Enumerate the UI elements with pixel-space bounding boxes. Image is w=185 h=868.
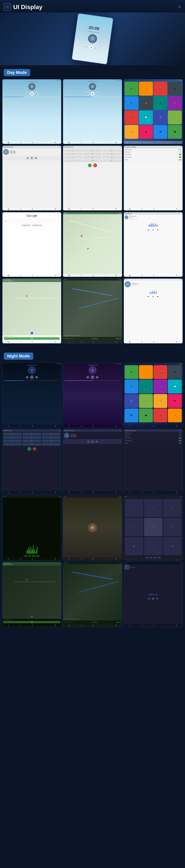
np-prev[interactable]: ⏮	[147, 295, 150, 298]
route-next[interactable]: ⏭	[120, 338, 121, 340]
n-app-13[interactable]: ☎	[139, 408, 153, 423]
n-app-6[interactable]: 🎮	[154, 379, 167, 394]
dial-2[interactable]: 2	[83, 149, 102, 152]
nnp-prev[interactable]: ⏮	[148, 597, 150, 600]
dial-6[interactable]: 6	[103, 153, 121, 155]
ns-toggle-3[interactable]	[179, 440, 181, 441]
night-bt-next[interactable]: ⏭	[95, 440, 98, 443]
hero-play-btn[interactable]: ⏸	[89, 45, 94, 50]
wf-btn-1[interactable]: DIAL	[24, 555, 27, 557]
next-btn-2[interactable]: ⏭	[96, 92, 99, 95]
nr-prev[interactable]: ⏮	[116, 621, 117, 623]
wf-btn-2[interactable]: ETA	[28, 555, 31, 557]
social-prev[interactable]: ⏮	[147, 228, 150, 231]
app-icon-0[interactable]: ✉	[125, 82, 138, 96]
night-bt-call-close[interactable]: ✕	[59, 430, 60, 431]
turn-down-right[interactable]: ↘	[163, 537, 181, 555]
n-app-3[interactable]: ⚙	[168, 365, 182, 379]
app-icon-13[interactable]: ❤	[139, 125, 153, 139]
app-icon-4[interactable]: ✈	[125, 96, 138, 110]
night-bt-prev[interactable]: ⏮	[87, 440, 90, 443]
turn-up2[interactable]: ↑	[144, 499, 162, 517]
google-search-bar[interactable]: 🔍	[4, 220, 60, 223]
dial-4[interactable]: 4	[64, 153, 82, 155]
app-icon-10[interactable]: 🌐	[154, 111, 167, 124]
app-icon-11[interactable]: 🔊	[168, 111, 182, 124]
n-app-1[interactable]: ♪	[139, 365, 153, 379]
night-next-2[interactable]: ⏭	[96, 376, 99, 379]
hero-prev-btn[interactable]: ⏮	[85, 45, 88, 49]
app-icon-14[interactable]: 🗺	[154, 125, 167, 139]
google-lucky-btn[interactable]: I'm Feeling Lucky	[31, 224, 42, 226]
turn-down-left[interactable]: ↙	[125, 537, 143, 555]
app-icon-5[interactable]: 🚗	[139, 96, 153, 110]
coffee-go-btn[interactable]: GO	[4, 337, 60, 340]
bt-play[interactable]: ⏸	[30, 156, 34, 160]
night-next-1[interactable]: ⏭	[35, 376, 38, 379]
next-btn-1[interactable]: ⏭	[35, 92, 38, 95]
dial-8[interactable]: 8	[83, 156, 102, 159]
ns-toggle-2[interactable]	[179, 437, 181, 439]
app-icon-12[interactable]: 🎯	[125, 125, 138, 139]
night-prev-2[interactable]: ⏮	[86, 376, 89, 379]
app-icon-15[interactable]: ☎	[168, 125, 182, 139]
turn-left[interactable]: ←	[125, 518, 143, 536]
app-icon-6[interactable]: B	[154, 96, 167, 110]
n-app-11[interactable]: ❤	[168, 394, 182, 408]
t-btn-4[interactable]: AFTS	[157, 557, 161, 559]
settings-toggle-3[interactable]	[179, 156, 181, 158]
n-app-5[interactable]: B	[139, 379, 153, 394]
nnp-play[interactable]: ▶	[151, 597, 155, 600]
n-app-14[interactable]: 📺	[154, 408, 167, 423]
n-app-0[interactable]: ✉	[125, 365, 138, 379]
n-dial-2[interactable]: 2	[23, 433, 41, 435]
n-dial-0[interactable]: 0	[23, 443, 41, 446]
night-end-btn[interactable]: ✕	[33, 447, 36, 451]
t-btn-2[interactable]: ETA	[149, 557, 153, 559]
n-dial-3[interactable]: 3	[42, 433, 60, 435]
app-icon-9[interactable]: 💬	[139, 111, 153, 124]
n-app-8[interactable]: 🌐	[125, 394, 138, 408]
prev-btn-2[interactable]: ⏮	[86, 92, 89, 95]
night-prev-1[interactable]: ⏮	[26, 376, 29, 379]
hero-next-btn[interactable]: ⏭	[94, 46, 98, 50]
n-app-12[interactable]: 🗺	[125, 408, 138, 423]
dial-0[interactable]: 0	[83, 159, 102, 162]
n-dial-6[interactable]: 6	[42, 436, 60, 439]
settings-toggle-4[interactable]	[179, 159, 181, 160]
turn-right[interactable]: →	[163, 499, 181, 517]
nav-icon[interactable]: ≡	[178, 4, 181, 9]
night-bt-music-close[interactable]: ✕	[120, 430, 121, 431]
app-icon-2[interactable]: 📷	[154, 82, 167, 96]
bt-next[interactable]: ⏭	[35, 157, 37, 159]
turn-up[interactable]: ↑	[125, 499, 143, 517]
play-btn-2[interactable]: ⏸	[90, 92, 95, 96]
night-bt-settings-close[interactable]: ✕	[180, 430, 181, 431]
n-app-9[interactable]: 🔊	[139, 394, 153, 408]
nr-next[interactable]: ⏭	[120, 621, 121, 623]
n-dial-7[interactable]: 7	[3, 439, 22, 442]
n-app-2[interactable]: 📷	[154, 365, 167, 379]
call-btn[interactable]: 📞	[88, 163, 92, 167]
n-dial-star[interactable]: *	[3, 443, 22, 446]
wf-btn-4[interactable]: AFTS	[36, 555, 40, 557]
route-prev[interactable]: ⏮	[116, 338, 117, 340]
t-btn-3[interactable]: APR	[153, 557, 157, 559]
n-app-10[interactable]: 🎯	[154, 394, 167, 408]
dial-3[interactable]: 3	[103, 149, 121, 152]
menu-icon[interactable]	[4, 3, 11, 10]
dial-star[interactable]: *	[64, 159, 82, 162]
ns-toggle-4[interactable]	[179, 443, 181, 444]
turn-down[interactable]: ↓	[144, 537, 162, 555]
app-icon-8[interactable]: 📺	[125, 111, 138, 124]
bt-prev[interactable]: ⏮	[26, 157, 29, 159]
bt-settings-close[interactable]: ✕	[180, 146, 181, 148]
np-next[interactable]: ⏭	[156, 295, 159, 298]
night-call-btn[interactable]: 📞	[27, 447, 31, 451]
n-app-15[interactable]: 📻	[168, 408, 182, 423]
nc-go-btn[interactable]: GO	[3, 621, 60, 623]
n-dial-1[interactable]: 1	[3, 433, 22, 435]
wf-btn-3[interactable]: APR	[32, 555, 35, 557]
bt-music-close[interactable]: ✕	[59, 146, 60, 148]
np-play[interactable]: ⏸	[151, 294, 155, 299]
